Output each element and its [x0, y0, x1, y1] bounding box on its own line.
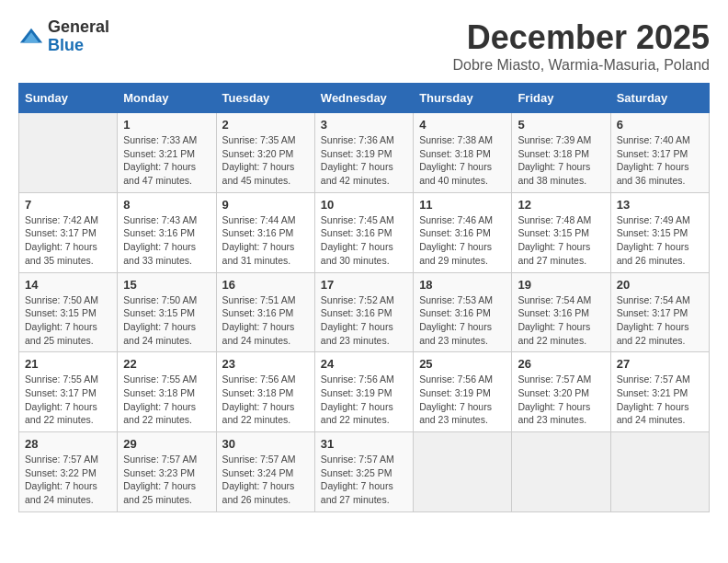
day-detail: Sunrise: 7:55 AMSunset: 3:17 PMDaylight:…	[25, 373, 111, 427]
calendar-cell: 7Sunrise: 7:42 AMSunset: 3:17 PMDaylight…	[19, 192, 118, 272]
calendar-cell	[610, 432, 709, 512]
logo-blue: Blue	[48, 36, 84, 54]
day-detail: Sunrise: 7:38 AMSunset: 3:18 PMDaylight:…	[419, 133, 506, 188]
day-number: 22	[123, 357, 210, 371]
day-detail: Sunrise: 7:50 AMSunset: 3:15 PMDaylight:…	[123, 293, 210, 348]
calendar-cell: 1Sunrise: 7:33 AMSunset: 3:21 PMDaylight…	[118, 113, 216, 193]
calendar-week-row: 28Sunrise: 7:57 AMSunset: 3:22 PMDayligh…	[19, 432, 710, 512]
calendar-cell: 9Sunrise: 7:44 AMSunset: 3:16 PMDaylight…	[216, 192, 314, 272]
day-number: 18	[419, 278, 506, 292]
month-title: December 2025	[453, 18, 711, 57]
day-number: 1	[123, 118, 210, 132]
day-detail: Sunrise: 7:56 AMSunset: 3:19 PMDaylight:…	[321, 373, 407, 427]
location-title: Dobre Miasto, Warmia-Masuria, Poland	[453, 57, 711, 74]
day-number: 2	[222, 118, 309, 132]
day-detail: Sunrise: 7:57 AMSunset: 3:24 PMDaylight:…	[222, 453, 309, 507]
calendar-cell: 8Sunrise: 7:43 AMSunset: 3:16 PMDaylight…	[118, 192, 216, 272]
day-number: 28	[25, 437, 111, 451]
day-number: 29	[123, 437, 210, 451]
day-detail: Sunrise: 7:57 AMSunset: 3:21 PMDaylight:…	[617, 373, 703, 427]
day-number: 26	[518, 357, 604, 371]
day-detail: Sunrise: 7:39 AMSunset: 3:18 PMDaylight:…	[518, 133, 604, 188]
calendar-cell: 20Sunrise: 7:54 AMSunset: 3:17 PMDayligh…	[610, 272, 709, 352]
logo-icon	[18, 24, 44, 50]
page-header: General Blue December 2025 Dobre Miasto,…	[18, 18, 710, 74]
day-detail: Sunrise: 7:46 AMSunset: 3:16 PMDaylight:…	[419, 213, 506, 268]
calendar-cell: 23Sunrise: 7:56 AMSunset: 3:18 PMDayligh…	[216, 352, 314, 432]
day-detail: Sunrise: 7:57 AMSunset: 3:23 PMDaylight:…	[123, 453, 210, 507]
day-number: 11	[419, 198, 506, 212]
day-detail: Sunrise: 7:36 AMSunset: 3:19 PMDaylight:…	[321, 133, 407, 188]
calendar-cell: 15Sunrise: 7:50 AMSunset: 3:15 PMDayligh…	[118, 272, 216, 352]
day-detail: Sunrise: 7:57 AMSunset: 3:20 PMDaylight:…	[518, 373, 604, 427]
calendar-cell: 28Sunrise: 7:57 AMSunset: 3:22 PMDayligh…	[19, 432, 118, 512]
day-number: 20	[617, 278, 703, 292]
day-number: 24	[321, 357, 407, 371]
day-detail: Sunrise: 7:40 AMSunset: 3:17 PMDaylight:…	[617, 133, 703, 188]
day-detail: Sunrise: 7:57 AMSunset: 3:22 PMDaylight:…	[25, 453, 111, 507]
calendar-cell: 12Sunrise: 7:48 AMSunset: 3:15 PMDayligh…	[512, 192, 610, 272]
calendar-cell: 5Sunrise: 7:39 AMSunset: 3:18 PMDaylight…	[512, 113, 610, 193]
day-number: 19	[518, 278, 604, 292]
weekday-header: Friday	[512, 84, 610, 113]
day-number: 17	[321, 278, 407, 292]
day-detail: Sunrise: 7:54 AMSunset: 3:16 PMDaylight:…	[518, 293, 604, 348]
day-detail: Sunrise: 7:51 AMSunset: 3:16 PMDaylight:…	[222, 293, 309, 348]
day-number: 13	[617, 198, 703, 212]
calendar-cell: 14Sunrise: 7:50 AMSunset: 3:15 PMDayligh…	[19, 272, 118, 352]
calendar-cell: 13Sunrise: 7:49 AMSunset: 3:15 PMDayligh…	[610, 192, 709, 272]
calendar-cell	[414, 432, 512, 512]
calendar-week-row: 14Sunrise: 7:50 AMSunset: 3:15 PMDayligh…	[19, 272, 710, 352]
day-number: 3	[321, 118, 407, 132]
logo-text: General Blue	[48, 18, 109, 55]
weekday-header: Monday	[118, 84, 216, 113]
calendar-cell: 31Sunrise: 7:57 AMSunset: 3:25 PMDayligh…	[314, 432, 413, 512]
day-detail: Sunrise: 7:53 AMSunset: 3:16 PMDaylight:…	[419, 293, 506, 348]
day-detail: Sunrise: 7:56 AMSunset: 3:18 PMDaylight:…	[222, 373, 309, 427]
day-number: 30	[222, 437, 309, 451]
calendar-cell: 19Sunrise: 7:54 AMSunset: 3:16 PMDayligh…	[512, 272, 610, 352]
calendar-week-row: 21Sunrise: 7:55 AMSunset: 3:17 PMDayligh…	[19, 352, 710, 432]
day-detail: Sunrise: 7:35 AMSunset: 3:20 PMDaylight:…	[222, 133, 309, 188]
calendar-table: SundayMondayTuesdayWednesdayThursdayFrid…	[18, 83, 710, 512]
title-area: December 2025 Dobre Miasto, Warmia-Masur…	[453, 18, 711, 74]
calendar-cell: 26Sunrise: 7:57 AMSunset: 3:20 PMDayligh…	[512, 352, 610, 432]
day-detail: Sunrise: 7:50 AMSunset: 3:15 PMDaylight:…	[25, 293, 111, 348]
calendar-cell: 16Sunrise: 7:51 AMSunset: 3:16 PMDayligh…	[216, 272, 314, 352]
day-number: 14	[25, 278, 111, 292]
day-number: 6	[617, 118, 703, 132]
day-number: 25	[419, 357, 506, 371]
calendar-week-row: 1Sunrise: 7:33 AMSunset: 3:21 PMDaylight…	[19, 113, 710, 193]
calendar-cell: 30Sunrise: 7:57 AMSunset: 3:24 PMDayligh…	[216, 432, 314, 512]
day-number: 8	[123, 198, 210, 212]
day-number: 10	[321, 198, 407, 212]
calendar-cell: 4Sunrise: 7:38 AMSunset: 3:18 PMDaylight…	[414, 113, 512, 193]
calendar-cell: 27Sunrise: 7:57 AMSunset: 3:21 PMDayligh…	[610, 352, 709, 432]
calendar-cell: 18Sunrise: 7:53 AMSunset: 3:16 PMDayligh…	[414, 272, 512, 352]
day-number: 9	[222, 198, 309, 212]
day-detail: Sunrise: 7:33 AMSunset: 3:21 PMDaylight:…	[123, 133, 210, 188]
calendar-week-row: 7Sunrise: 7:42 AMSunset: 3:17 PMDaylight…	[19, 192, 710, 272]
day-number: 7	[25, 198, 111, 212]
calendar-cell: 3Sunrise: 7:36 AMSunset: 3:19 PMDaylight…	[314, 113, 413, 193]
calendar-cell: 24Sunrise: 7:56 AMSunset: 3:19 PMDayligh…	[314, 352, 413, 432]
day-detail: Sunrise: 7:44 AMSunset: 3:16 PMDaylight:…	[222, 213, 309, 268]
day-detail: Sunrise: 7:56 AMSunset: 3:19 PMDaylight:…	[419, 373, 506, 427]
logo-general: General	[48, 17, 109, 36]
calendar-cell: 2Sunrise: 7:35 AMSunset: 3:20 PMDaylight…	[216, 113, 314, 193]
calendar-cell: 25Sunrise: 7:56 AMSunset: 3:19 PMDayligh…	[414, 352, 512, 432]
day-detail: Sunrise: 7:54 AMSunset: 3:17 PMDaylight:…	[617, 293, 703, 348]
weekday-header: Wednesday	[314, 84, 413, 113]
day-detail: Sunrise: 7:45 AMSunset: 3:16 PMDaylight:…	[321, 213, 407, 268]
calendar-cell: 22Sunrise: 7:55 AMSunset: 3:18 PMDayligh…	[118, 352, 216, 432]
day-number: 4	[419, 118, 506, 132]
day-detail: Sunrise: 7:43 AMSunset: 3:16 PMDaylight:…	[123, 213, 210, 268]
weekday-header: Saturday	[610, 84, 709, 113]
weekday-header: Tuesday	[216, 84, 314, 113]
calendar-cell	[19, 113, 118, 193]
logo: General Blue	[18, 18, 109, 55]
day-number: 15	[123, 278, 210, 292]
weekday-header: Sunday	[19, 84, 118, 113]
day-number: 12	[518, 198, 604, 212]
day-number: 31	[321, 437, 407, 451]
